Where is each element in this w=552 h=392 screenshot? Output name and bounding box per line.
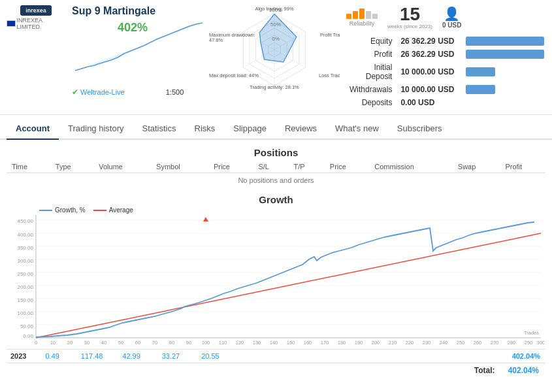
chart-legend: Growth, % Average — [39, 206, 545, 214]
svg-text:20: 20 — [67, 340, 72, 346]
tab-statistics[interactable]: Statistics — [133, 118, 186, 140]
col-commission: Commission — [369, 161, 453, 173]
rel-bar-1 — [346, 14, 351, 19]
profit-bar — [466, 50, 544, 59]
svg-text:10: 10 — [50, 340, 55, 346]
legend-growth: Growth, % — [39, 206, 86, 214]
logo-sub: INREXEA LIMITED — [7, 17, 65, 30]
weeks-label: weeks (since 2023) — [387, 24, 432, 29]
usd-label: 0 USD — [442, 22, 461, 29]
svg-text:Profit Trades: 71%: Profit Trades: 71% — [320, 32, 340, 38]
svg-text:280: 280 — [507, 340, 515, 346]
rel-bar-3 — [359, 8, 365, 19]
ytd-value: 402.04% — [506, 350, 545, 363]
col-profit: Profit — [500, 161, 545, 173]
month-sep-value — [348, 350, 387, 363]
total-value: 402.04% — [508, 366, 539, 375]
svg-text:300.00: 300.00 — [17, 258, 33, 264]
yearly-row: 2023 0.49 117.48 42.99 33.27 20.55 402.0… — [7, 349, 545, 363]
month-apr-value: 33.27 — [151, 350, 190, 363]
tab-slippage[interactable]: Slippage — [224, 118, 276, 140]
svg-text:220: 220 — [405, 340, 414, 346]
svg-text:70: 70 — [152, 340, 157, 346]
weeks-section: 15 weeks (since 2023) — [387, 5, 432, 29]
initial-label: Initial Deposit — [346, 61, 397, 83]
initial-value: 10 000.00 USD — [397, 61, 463, 83]
svg-text:150: 150 — [286, 340, 295, 346]
svg-text:170: 170 — [320, 340, 329, 346]
equity-value: 26 362.29 USD — [397, 35, 463, 48]
svg-text:Trades: Trades — [523, 330, 538, 336]
equity-label: Equity — [346, 35, 397, 48]
deposits-value: 0.00 USD — [397, 96, 463, 109]
svg-text:150.00: 150.00 — [17, 297, 33, 303]
col-type: Type — [50, 161, 93, 173]
svg-text:350.00: 350.00 — [17, 245, 33, 251]
logo-area: inrexea INREXEA LIMITED — [7, 5, 65, 30]
header: inrexea INREXEA LIMITED Sup 9 Martingale… — [0, 0, 552, 115]
tab-risks[interactable]: Risks — [186, 118, 225, 140]
equity-row: Equity 26 362.29 USD — [346, 35, 547, 48]
growth-section: Growth Growth, % Average 450.00 400.00 3… — [0, 191, 552, 378]
col-time: Time — [7, 161, 50, 173]
year-label: 2023 — [7, 350, 33, 363]
deposits-row: Deposits 0.00 USD — [346, 96, 547, 109]
svg-text:30: 30 — [84, 340, 89, 346]
broker-link[interactable]: Weltrade-Live — [80, 88, 125, 96]
svg-text:290: 290 — [524, 340, 532, 346]
withdrawals-value: 10 000.00 USD — [397, 83, 463, 96]
tab-whats-new[interactable]: What's new — [326, 118, 388, 140]
usd-icon: 👤 — [442, 6, 461, 22]
col-volume: Volume — [93, 161, 151, 173]
svg-text:210: 210 — [388, 340, 397, 346]
total-row: Total: 402.04% — [7, 363, 545, 378]
tab-subscribers[interactable]: Subscribers — [388, 118, 451, 140]
svg-text:Algo trading: 99%: Algo trading: 99% — [255, 6, 294, 12]
rel-bar-4 — [366, 11, 371, 19]
positions-section: Positions Time Type Volume Symbol Price … — [0, 140, 552, 191]
equity-bar — [466, 37, 544, 46]
growth-percent: 402% — [118, 21, 148, 35]
svg-text:100: 100 — [201, 340, 210, 346]
withdrawals-bar-cell — [463, 83, 547, 96]
rel-bar-5 — [372, 14, 378, 19]
svg-marker-14 — [259, 14, 297, 62]
reliability-item: Reliability — [346, 8, 378, 27]
usd-section: 👤 0 USD — [442, 6, 461, 29]
svg-text:230: 230 — [422, 340, 430, 346]
svg-marker-45 — [203, 217, 208, 221]
page-title: Sup 9 Martingale — [72, 5, 203, 17]
deposits-bar-cell — [463, 96, 547, 109]
svg-text:200: 200 — [371, 340, 380, 346]
initial-bar — [466, 67, 495, 76]
svg-text:200.00: 200.00 — [17, 284, 33, 290]
svg-text:180: 180 — [337, 340, 346, 346]
svg-text:0.00: 0.00 — [23, 333, 33, 339]
tab-reviews[interactable]: Reviews — [276, 118, 326, 140]
flag-icon — [7, 20, 16, 27]
tab-trading-history[interactable]: Trading history — [59, 118, 133, 140]
legend-average-color — [93, 210, 106, 211]
total-label: Total: — [474, 366, 495, 375]
growth-title: Growth — [7, 194, 545, 205]
logo-box: inrexea — [20, 5, 52, 16]
initial-bar-cell — [463, 61, 547, 83]
profit-value: 26 362.29 USD — [397, 48, 463, 61]
svg-text:47.8%: 47.8% — [209, 37, 223, 43]
mini-chart: 402% — [72, 20, 203, 85]
svg-text:Loss Trades: 29%: Loss Trades: 29% — [319, 73, 340, 78]
svg-text:240: 240 — [439, 340, 447, 346]
positions-title: Positions — [7, 147, 545, 158]
profit-label: Profit — [346, 48, 397, 61]
stats-table: Equity 26 362.29 USD Profit 26 362.29 US… — [346, 35, 547, 109]
tab-account[interactable]: Account — [7, 118, 59, 140]
withdrawals-label: Withdrawals — [346, 83, 397, 96]
positions-header-row: Time Type Volume Symbol Price S/L T/P Pr… — [7, 161, 545, 173]
svg-text:190: 190 — [354, 340, 363, 346]
radar-chart: 100% 50% 0% Algo trading: 99% Profit Tra… — [209, 5, 340, 90]
svg-text:40: 40 — [101, 340, 106, 346]
month-nov-value — [427, 350, 466, 363]
profit-row: Profit 26 362.29 USD — [346, 48, 547, 61]
svg-text:160: 160 — [303, 340, 312, 346]
reliability-label: Reliability — [349, 20, 375, 27]
